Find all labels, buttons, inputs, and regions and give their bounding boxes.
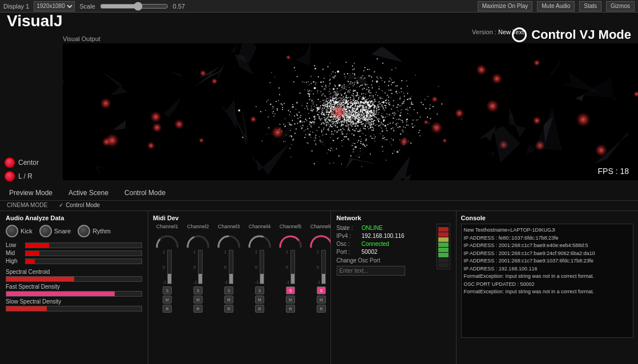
fader-bg-6[interactable] (321, 250, 326, 284)
gizmos-btn[interactable]: Gizmos (606, 1, 635, 11)
strip-btn-m-2[interactable]: M (193, 296, 203, 304)
midi-arc-4[interactable] (245, 230, 274, 248)
scale-slider[interactable] (100, 2, 168, 11)
strip-btn-s-2[interactable]: S (193, 286, 203, 294)
fast-spectral-label: Fast Spectral Density (6, 284, 142, 290)
midi-channel-6: Channel6 10-1SMR (307, 224, 331, 313)
snare-knob[interactable] (39, 225, 52, 237)
console-line: OSC PORT UPDATED : 50002 (464, 281, 631, 289)
midi-ch-label-4: Channel4 (249, 224, 271, 229)
strip-btn-s-5[interactable]: S (286, 286, 295, 294)
fader-bg-3[interactable] (229, 250, 233, 284)
strip-btn-s-3[interactable]: S (224, 286, 233, 294)
midi-ch-label-6: Channel6 (310, 224, 331, 229)
network-title: Network (337, 215, 432, 221)
fader-bg-4[interactable] (260, 250, 264, 284)
vu-bar-off1 (438, 258, 449, 262)
strip-btn-m-5[interactable]: M (286, 296, 295, 304)
maximize-on-play-btn[interactable]: Maximize On Play (478, 1, 533, 11)
strip-btn-r-1[interactable]: R (163, 305, 172, 313)
visual-output-canvas: FPS : 18 (63, 43, 638, 180)
kick-knob[interactable] (6, 225, 18, 237)
strip-btn-r-3[interactable]: R (224, 305, 233, 313)
fader-strip-6: 10-1SMR (317, 250, 326, 313)
audio-panel-title: Audio Analyze Data (6, 215, 142, 221)
midi-arc-3[interactable] (215, 230, 243, 248)
strip-btn-m-1[interactable]: M (163, 296, 172, 304)
strip-btn-m-3[interactable]: M (224, 296, 233, 304)
midi-channels: Channel1 10-1SMRChannel2 10-1SMRChannel3… (153, 224, 326, 313)
strip-btn-r-2[interactable]: R (193, 305, 203, 313)
mute-audio-btn[interactable]: Mute Audio (537, 1, 575, 11)
centor-label: Centor (18, 159, 39, 167)
midi-panel-title: Midi Dev (153, 215, 326, 221)
low-meter-label: Low (6, 242, 22, 248)
stats-btn[interactable]: Stats (579, 1, 601, 11)
state-value: ONLINE (362, 225, 383, 231)
active-scene-btn[interactable]: Active Scene (66, 188, 111, 198)
mid-meter-label: Mid (6, 250, 22, 256)
mode-row: Preview Mode Active Scene Control Mode (0, 185, 638, 201)
fader-bg-2[interactable] (198, 250, 203, 284)
console-line: New Texthostname=LAPTOP-1DIKUGJI (464, 227, 631, 234)
osc-port-input[interactable] (337, 266, 405, 276)
midi-arc-1[interactable] (153, 230, 181, 248)
midi-arc-6[interactable] (307, 230, 331, 248)
fast-spectral-bg (6, 291, 142, 297)
port-key: Port : (337, 249, 358, 255)
strip-btn-r-4[interactable]: R (255, 305, 264, 313)
midi-channel-2: Channel2 10-1SMR (184, 224, 212, 313)
console-line: IP ADDRESS : fe80::1037:6fdc:17b8:23fe (464, 234, 631, 242)
fader-bg-1[interactable] (167, 250, 172, 284)
midi-ch-label-3: Channel3 (218, 224, 240, 229)
strip-btn-m-6[interactable]: M (317, 296, 326, 304)
strip-btn-s-6[interactable]: S (317, 286, 326, 294)
strip-btn-s-4[interactable]: S (255, 286, 264, 294)
strip-btn-r-5[interactable]: R (286, 305, 295, 313)
kick-knob-item: Kick (6, 225, 33, 237)
strip-btn-m-4[interactable]: M (255, 296, 264, 304)
high-meter-row: High (6, 258, 142, 264)
lr-input-row[interactable]: L / R (5, 171, 58, 181)
high-meter-fill (26, 259, 35, 264)
fader-strip-5: 10-1SMR (286, 250, 295, 313)
spectral-section: Spectral Centroid Fast Spectral Density … (6, 269, 142, 312)
centor-led[interactable] (5, 157, 15, 168)
vu-bar-r1 (438, 227, 449, 232)
change-osc-port-btn[interactable]: Change Osc Port (337, 257, 432, 264)
rythm-knob[interactable] (78, 225, 90, 237)
console-line: IP ADDRESS : 192.168.100.116 (464, 265, 631, 273)
low-meter-bg (25, 242, 142, 248)
sub-mode-row: CINEMA MODE ✓ Control Mode (0, 201, 638, 211)
state-key: State : (337, 225, 358, 231)
strip-btn-r-6[interactable]: R (317, 305, 326, 313)
port-value: 50002 (362, 249, 378, 255)
slow-spectral-label: Slow Spectral Density (6, 298, 142, 305)
console-log[interactable]: New Texthostname=LAPTOP-1DIKUGJIIP ADDRE… (461, 224, 634, 338)
midi-ch-label-1: Channel1 (156, 224, 179, 229)
vu-meter (437, 224, 450, 269)
top-bar: Display 1 1920x1080 Scale 0.57 Maximize … (0, 0, 638, 13)
control-mode-check[interactable]: ✓ Control Mode (59, 202, 100, 208)
snare-knob-item: Snare (39, 225, 71, 237)
midi-ch-label-5: Channel5 (280, 224, 302, 229)
strip-btn-s-1[interactable]: S (163, 286, 172, 294)
port-row: Port : 50002 (337, 249, 432, 255)
scale-value: 0.57 (173, 3, 185, 10)
preview-mode-btn[interactable]: Preview Mode (7, 188, 55, 198)
centor-input-row[interactable]: Centor (5, 157, 58, 168)
control-mode-btn[interactable]: Control Mode (122, 188, 168, 198)
slow-spectral-bg (6, 306, 142, 312)
bottom-area: Preview Mode Active Scene Control Mode C… (0, 185, 638, 364)
midi-arc-5[interactable] (276, 230, 305, 248)
mid-meter-bg (25, 250, 142, 256)
mid-meter-row: Mid (6, 250, 142, 256)
console-title: Console (461, 215, 634, 221)
fader-strip-4: 10-1SMR (255, 250, 264, 313)
lr-led[interactable] (5, 171, 15, 181)
vu-bar-r2 (438, 232, 449, 237)
spectral-centroid-fill (6, 277, 74, 281)
midi-ch-label-2: Channel2 (187, 224, 209, 229)
midi-arc-2[interactable] (184, 230, 212, 248)
fader-bg-5[interactable] (290, 250, 295, 284)
